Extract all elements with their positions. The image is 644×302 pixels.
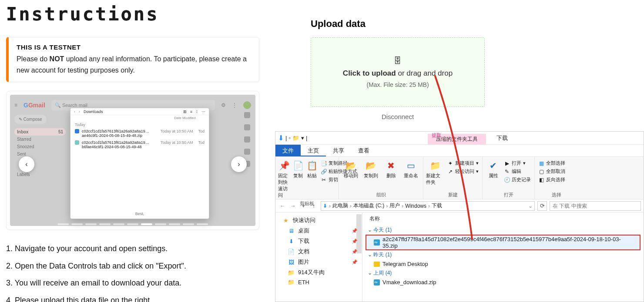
open-button[interactable]: ▶打开 ▾ xyxy=(503,159,532,167)
carousel-dots[interactable] xyxy=(7,223,259,225)
step-4: 4. Please upload this data file on the r… xyxy=(6,292,259,302)
tab-view[interactable]: 查看 xyxy=(351,145,376,156)
nav-docs[interactable]: 📄文档📌 xyxy=(275,246,362,257)
rename-button[interactable]: ▭重命名 xyxy=(402,159,420,180)
selectinv-button[interactable]: ◧反向选择 xyxy=(537,176,566,183)
file-selected-name: a2c247ffd77f8a145d71082ef2e4599c4f46ec87… xyxy=(382,236,636,249)
gmail-snoozed: Snoozed xyxy=(14,143,66,150)
inbox-count: 51 xyxy=(58,129,63,134)
disconnect-link[interactable]: Disconnect xyxy=(311,113,485,120)
file-y1[interactable]: Telegram Desktop xyxy=(366,260,640,268)
finder-row1: c02ccf1cd1fa57613f61a26a92a8a19…ae46c9f1… xyxy=(82,129,158,138)
testnet-notice: THIS IS A TESTNET Please do NOT upload a… xyxy=(6,37,259,82)
gmail-labels: Labels xyxy=(14,171,66,178)
drop-rest: or drag and drop xyxy=(396,69,453,77)
window-title: 下载 xyxy=(492,132,512,144)
selectall-button[interactable]: ▦全部选择 xyxy=(537,159,566,167)
zip-icon xyxy=(374,279,380,285)
ribbon-group-organize: 组织 xyxy=(342,191,420,198)
instruction-steps: 1. Navigate to your account and open set… xyxy=(6,240,259,302)
nav-f2[interactable]: 📁ETH xyxy=(275,278,362,287)
finder-row2: c02ccf1cd1fa57613f61a26a92a8a19…b6fae46c… xyxy=(82,140,158,149)
gmail-sent: Sent xyxy=(14,150,66,158)
finder-footer: Best, xyxy=(70,212,209,216)
address-bar[interactable]: ⬇› 此电脑› 本地磁盘 (C:)› 用户› Windows› 下载 ⌄ xyxy=(321,201,535,211)
file-explorer-window: 提取 ⬇|▫📁▾| 压缩的文件夹工具 下载 文件 主页 共享 查看 📌固定到快速… xyxy=(275,131,644,302)
search-input[interactable] xyxy=(550,201,641,211)
finder-title: Downloads xyxy=(84,110,103,114)
path-win[interactable]: Windows xyxy=(405,203,426,209)
path-thispc[interactable]: 此电脑 xyxy=(332,202,348,209)
zip-icon xyxy=(374,239,380,246)
notice-body: Please do NOT upload any real informatio… xyxy=(17,53,251,76)
file-pane[interactable]: 名称 今天 (1) a2c247ffd77f8a145d71082ef2e459… xyxy=(362,212,644,302)
drop-bold: Click to upload xyxy=(343,69,396,77)
nav-pane[interactable]: ★快速访问 🖥桌面📌 ⬇下载📌 📄文档📌 🖼图片📌 📁914又牛肉 📁ETH xyxy=(275,212,362,302)
nav-buttons[interactable]: ←→▾↑ xyxy=(278,202,318,209)
pin-button[interactable]: 📌固定到快速访问 xyxy=(278,159,290,199)
tab-file[interactable]: 文件 xyxy=(275,145,301,156)
gmail-compose: ✎ Compose xyxy=(14,115,47,124)
path-dl[interactable]: 下载 xyxy=(432,202,442,209)
carousel-next-button[interactable]: › xyxy=(231,156,247,172)
refresh-button[interactable]: ⟳ xyxy=(537,201,547,211)
page-title: Instructions xyxy=(6,3,259,25)
finder-col-date: Date Modified xyxy=(174,116,205,120)
notice-title: THIS IS A TESTNET xyxy=(17,43,251,51)
ribbon-group-open: 打开 xyxy=(485,191,532,198)
copy-button[interactable]: 📄复制 xyxy=(292,159,304,180)
file-y1-name: Telegram Desktop xyxy=(382,261,428,267)
gmail-inbox: Inbox51 xyxy=(14,128,66,136)
folder-icon xyxy=(374,262,380,267)
history-button[interactable]: 🕘历史记录 xyxy=(503,176,532,183)
notice-bold: NOT xyxy=(50,55,64,63)
easyaccess-button[interactable]: ↗轻松访问 ▾ xyxy=(446,168,480,175)
delete-button[interactable]: ✖删除 xyxy=(382,159,400,180)
selectnone-button[interactable]: ▢全部取消 xyxy=(537,168,566,175)
down-arrow-icon: ⬇ xyxy=(278,134,284,142)
file-w1[interactable]: Vmake_download.zip xyxy=(366,278,640,286)
properties-button[interactable]: ✔属性 xyxy=(485,159,501,180)
carousel-prev-button[interactable]: ‹ xyxy=(19,156,34,172)
drop-sub: (Max. File size: 25 MB) xyxy=(366,81,429,88)
tab-share[interactable]: 共享 xyxy=(326,145,351,156)
ribbon-group-select: 选择 xyxy=(537,191,576,198)
step-1: 1. Navigate to your account and open set… xyxy=(6,240,259,258)
finder-row1-date: Today at 10:50 AM xyxy=(161,129,193,138)
finder-window: ‹›Downloads⊞≡⫶⋯ Date Modified Today c02c… xyxy=(70,108,209,219)
notice-pre: Please do xyxy=(17,55,50,63)
nav-f1[interactable]: 📁914又牛肉 xyxy=(275,267,362,278)
inbox-label: Inbox xyxy=(17,129,29,134)
edit-button[interactable]: ✎编辑 xyxy=(503,168,532,175)
copyto-button[interactable]: 📂复制到 xyxy=(362,159,380,180)
path-c[interactable]: 本地磁盘 (C:) xyxy=(353,202,384,209)
file-selected[interactable]: a2c247ffd77f8a145d71082ef2e4599c4f46ec87… xyxy=(366,235,640,250)
gmail-logo: GGmail xyxy=(23,102,45,109)
gmail-starred: Starred xyxy=(14,136,66,143)
group-yesterday[interactable]: 昨天 (1) xyxy=(366,250,640,260)
path-users[interactable]: 用户 xyxy=(389,202,400,209)
tab-home[interactable]: 主页 xyxy=(301,145,326,156)
nav-desktop[interactable]: 🖥桌面📌 xyxy=(275,226,362,236)
finder-row2-date: Today at 10:50 AM xyxy=(161,140,193,149)
step-2: 2. Open the Data Controls tab and click … xyxy=(6,258,259,275)
finder-section: Today xyxy=(70,121,209,128)
column-name[interactable]: 名称 xyxy=(366,214,640,225)
nav-quick-access[interactable]: ★快速访问 xyxy=(275,215,362,226)
nav-pics[interactable]: 🖼图片📌 xyxy=(275,257,362,267)
newitem-button[interactable]: ✦新建项目 ▾ xyxy=(446,159,480,167)
group-today[interactable]: 今天 (1) xyxy=(366,225,640,235)
tooltab-caption: 提取 xyxy=(428,132,445,139)
gmail-search-text: Search mail xyxy=(62,103,87,108)
upload-title: Upload data xyxy=(311,18,644,30)
step-3: 3. You will receive an email to download… xyxy=(6,275,259,292)
nav-downloads[interactable]: ⬇下载📌 xyxy=(275,236,362,246)
newfolder-button[interactable]: 📁新建文件夹 xyxy=(426,159,445,186)
ribbon-group-new: 新建 xyxy=(426,191,480,198)
gmail-logo-text: Gmail xyxy=(28,102,45,109)
group-lastweek[interactable]: 上周 (4) xyxy=(366,268,640,278)
upload-dropzone[interactable]: 🗄 Click to upload or drag and drop (Max.… xyxy=(311,37,485,107)
paste-button[interactable]: 📋粘贴 xyxy=(306,159,318,180)
moveto-button[interactable]: 📂移动到 xyxy=(342,159,360,180)
compose-label: Compose xyxy=(23,117,42,122)
